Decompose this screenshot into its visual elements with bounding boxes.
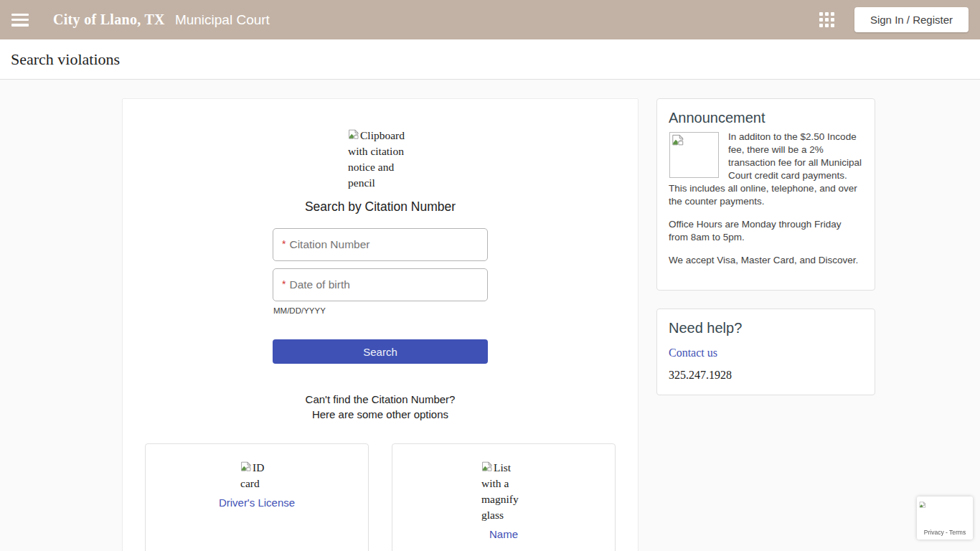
announcement-paragraph: Office Hours are Monday through Friday f… bbox=[669, 218, 863, 244]
required-asterisk: * bbox=[282, 278, 286, 290]
search-button[interactable]: Search bbox=[273, 339, 488, 364]
apps-grid-icon[interactable] bbox=[819, 12, 834, 27]
date-format-hint: MM/DD/YYYY bbox=[273, 306, 488, 315]
content-area: Clipboard with citation notice and penci… bbox=[0, 80, 980, 551]
search-form: * * MM/DD/YYYY bbox=[273, 228, 488, 315]
contact-us-link[interactable]: Contact us bbox=[669, 347, 717, 359]
search-card-title: Search by Citation Number bbox=[305, 199, 456, 215]
clipboard-image-broken: Clipboard with citation notice and penci… bbox=[348, 128, 413, 191]
announcement-body: In additon to the $2.50 Incode fee, ther… bbox=[669, 131, 863, 267]
brand-department: Municipal Court bbox=[175, 12, 270, 28]
drivers-license-card[interactable]: ID card Driver's License bbox=[145, 443, 369, 551]
announcement-card: Announcement In additon to the $2.50 Inc… bbox=[656, 98, 875, 291]
other-options-line2: Here are some other options bbox=[306, 407, 456, 422]
sidebar: Announcement In additon to the $2.50 Inc… bbox=[656, 98, 875, 395]
app-header: City of Llano, TX Municipal Court Sign I… bbox=[0, 0, 980, 39]
name-search-card[interactable]: List with a magnify glass Name bbox=[392, 443, 616, 551]
recaptcha-image-broken bbox=[919, 501, 926, 509]
other-options-text: Can't find the Citation Number? Here are… bbox=[306, 392, 456, 422]
page-title: Search violations bbox=[11, 50, 120, 69]
announcement-image-broken bbox=[669, 132, 719, 178]
list-magnify-image-broken: List with a magnify glass bbox=[481, 460, 526, 523]
date-of-birth-input[interactable] bbox=[289, 278, 479, 291]
page-toolbar: Search violations bbox=[0, 39, 980, 80]
announcement-paragraph: We accept Visa, Master Card, and Discove… bbox=[669, 254, 863, 267]
brand-city: City of Llano, TX bbox=[53, 11, 165, 28]
search-options-row: ID card Driver's License List with a mag… bbox=[145, 443, 616, 551]
sign-in-register-button[interactable]: Sign In / Register bbox=[854, 7, 969, 32]
menu-icon[interactable] bbox=[11, 14, 29, 27]
recaptcha-privacy-terms[interactable]: Privacy - Terms bbox=[917, 529, 973, 536]
citation-number-field[interactable]: * bbox=[273, 228, 488, 261]
need-help-title: Need help? bbox=[669, 320, 863, 336]
id-card-image-broken: ID card bbox=[240, 460, 273, 491]
phone-number: 325.247.1928 bbox=[669, 369, 863, 382]
other-options-line1: Can't find the Citation Number? bbox=[306, 392, 456, 407]
date-of-birth-field[interactable]: * bbox=[273, 268, 488, 301]
citation-search-card: Clipboard with citation notice and penci… bbox=[122, 98, 639, 551]
announcement-title: Announcement bbox=[669, 110, 863, 126]
required-asterisk: * bbox=[282, 238, 286, 250]
name-search-link[interactable]: Name bbox=[489, 528, 518, 540]
drivers-license-link[interactable]: Driver's License bbox=[219, 496, 295, 509]
recaptcha-badge[interactable]: Privacy - Terms bbox=[917, 496, 973, 540]
need-help-card: Need help? Contact us 325.247.1928 bbox=[656, 309, 875, 395]
citation-number-input[interactable] bbox=[289, 238, 479, 251]
